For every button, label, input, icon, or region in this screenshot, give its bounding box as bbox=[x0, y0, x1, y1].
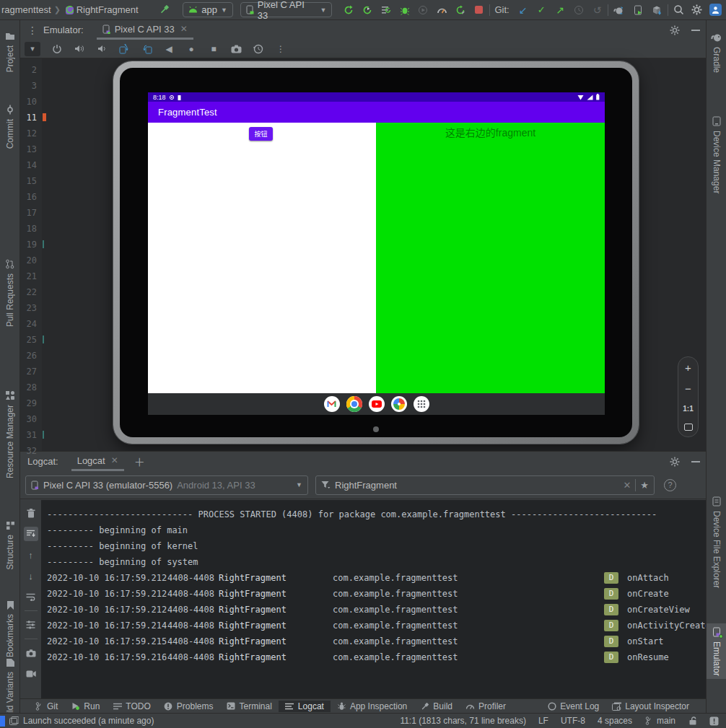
toolwindow-toggle-icon[interactable] bbox=[9, 716, 19, 726]
toolbar-item-app-inspection[interactable]: App Inspection bbox=[331, 701, 414, 712]
favorite-filter-icon[interactable]: ★ bbox=[640, 480, 649, 491]
rotate-right-icon[interactable] bbox=[141, 43, 152, 55]
history-icon[interactable] bbox=[572, 4, 585, 17]
help-icon[interactable]: ? bbox=[664, 479, 676, 491]
device-screen[interactable]: 8:18 FragmentTest bbox=[148, 92, 605, 415]
sidebar-item-resource-manager[interactable]: Resource Manager bbox=[0, 387, 20, 481]
overview-icon[interactable]: ■ bbox=[208, 43, 219, 55]
toolbar-item-run[interactable]: Run bbox=[64, 701, 106, 712]
gutter-line[interactable]: 22 bbox=[20, 284, 42, 300]
gutter-line[interactable]: 15 bbox=[20, 173, 42, 189]
toolbar-item-problems[interactable]: Problems bbox=[157, 701, 220, 712]
close-icon[interactable]: ✕ bbox=[111, 455, 118, 465]
gutter-line[interactable]: 20 bbox=[20, 253, 42, 268]
panel-options-icon[interactable]: ⋮ bbox=[20, 25, 43, 36]
build-hammer-icon[interactable] bbox=[159, 4, 172, 17]
toolbar-item-terminal[interactable]: Terminal bbox=[220, 701, 279, 712]
zoom-out-button[interactable]: − bbox=[685, 384, 691, 394]
power-icon[interactable] bbox=[51, 43, 63, 55]
toolbar-item-logcat[interactable]: Logcat bbox=[279, 701, 331, 712]
gutter-line[interactable]: 23 bbox=[20, 300, 42, 316]
apply-code-changes-icon[interactable] bbox=[380, 4, 393, 17]
emulator-device-tab[interactable]: Pixel C API 33 ✕ bbox=[97, 20, 193, 40]
next-occurrence-icon[interactable]: ↓ bbox=[24, 569, 38, 583]
gutter-line[interactable]: 27 bbox=[20, 364, 42, 380]
stop-icon[interactable] bbox=[473, 4, 486, 17]
breadcrumb-project[interactable]: ragmenttest bbox=[1, 4, 51, 15]
sidebar-item-bookmarks[interactable]: Bookmarks bbox=[0, 596, 20, 660]
screen-record-icon[interactable] bbox=[24, 667, 38, 681]
sidebar-item-structure[interactable]: Structure bbox=[0, 517, 20, 573]
actual-size-button[interactable]: 1:1 bbox=[683, 405, 693, 413]
logcat-device-dropdown[interactable]: Pixel C API 33 (emulator-5556) Android 1… bbox=[25, 475, 308, 495]
sdk-manager-icon[interactable] bbox=[650, 4, 663, 17]
device-screenshot-icon[interactable] bbox=[24, 646, 38, 660]
gutter-line[interactable]: 17 bbox=[20, 205, 42, 221]
device-manager-icon[interactable] bbox=[631, 4, 644, 17]
gutter-line[interactable]: 12 bbox=[20, 126, 42, 141]
more-options-icon[interactable]: ⋮ bbox=[275, 43, 287, 55]
search-everywhere-icon[interactable] bbox=[673, 4, 686, 17]
gutter-line[interactable]: 18 bbox=[20, 221, 42, 237]
gutter-line[interactable]: 25 bbox=[20, 332, 42, 348]
gmail-icon[interactable] bbox=[324, 396, 340, 412]
youtube-icon[interactable] bbox=[369, 396, 385, 412]
rollback-icon[interactable]: ↺ bbox=[591, 4, 604, 17]
toolbar-item-profiler[interactable]: Profiler bbox=[459, 701, 512, 712]
apply-changes-restart-icon[interactable] bbox=[454, 4, 467, 17]
hide-panel-icon[interactable] bbox=[691, 30, 700, 31]
lock-icon[interactable] bbox=[688, 716, 697, 726]
profile-avatar[interactable] bbox=[709, 4, 722, 16]
module-selector[interactable]: app ▼ bbox=[183, 2, 233, 17]
apply-changes-icon[interactable] bbox=[361, 4, 374, 17]
sidebar-item-project[interactable]: Project bbox=[0, 27, 20, 75]
caret-position[interactable]: 11:1 (1813 chars, 71 line breaks) bbox=[400, 716, 526, 726]
toolbar-item-git[interactable]: Git bbox=[27, 701, 64, 712]
debug-icon[interactable] bbox=[398, 4, 411, 17]
gutter-line[interactable]: 24 bbox=[20, 316, 42, 332]
gutter-line[interactable]: 32 bbox=[20, 443, 42, 459]
soft-wrap-icon[interactable] bbox=[24, 589, 38, 604]
breadcrumb-run-config[interactable]: RightFragment bbox=[76, 4, 139, 15]
chrome-icon[interactable] bbox=[346, 396, 362, 412]
toolbar-item-build[interactable]: Build bbox=[414, 701, 459, 712]
git-branch-widget[interactable]: main bbox=[644, 716, 675, 726]
file-encoding[interactable]: UTF-8 bbox=[561, 716, 585, 726]
git-push-icon[interactable]: ↗ bbox=[554, 4, 567, 17]
back-icon[interactable]: ◀ bbox=[163, 43, 175, 55]
volume-up-icon[interactable] bbox=[74, 43, 85, 55]
sidebar-item-commit[interactable]: Commit bbox=[0, 101, 20, 152]
sidebar-item-device-file-explorer[interactable]: Device File Explorer bbox=[707, 493, 726, 591]
git-update-icon[interactable]: ↙ bbox=[517, 4, 530, 17]
panel-settings-gear-icon[interactable] bbox=[670, 457, 680, 467]
clear-filter-icon[interactable]: ✕ bbox=[623, 480, 631, 491]
snapshots-icon[interactable] bbox=[253, 43, 264, 55]
gradle-sync-icon[interactable] bbox=[613, 4, 626, 17]
screenshot-icon[interactable] bbox=[230, 43, 242, 55]
gutter-line[interactable]: 3 bbox=[20, 78, 42, 94]
notifications-icon[interactable] bbox=[709, 716, 719, 726]
toolbar-item-layout-inspector[interactable]: Layout Inspector bbox=[605, 701, 696, 712]
gutter-line[interactable]: 21 bbox=[20, 268, 42, 284]
profiler-icon[interactable] bbox=[435, 4, 448, 17]
sidebar-item-pull-requests[interactable]: Pull Requests bbox=[0, 255, 20, 330]
collapse-chevron-icon[interactable]: ▾ bbox=[25, 42, 40, 56]
logcat-settings-icon[interactable] bbox=[24, 618, 38, 632]
device-selector[interactable]: Pixel C API 33 ▼ bbox=[240, 2, 332, 17]
logcat-output[interactable]: ---------------------------- PROCESS STA… bbox=[41, 500, 706, 698]
new-tab-icon[interactable]: ＋ bbox=[134, 454, 145, 469]
gutter-line[interactable]: 10 bbox=[20, 94, 42, 110]
sidebar-item-gradle[interactable]: Gradle bbox=[707, 29, 726, 76]
hide-panel-icon[interactable] bbox=[691, 461, 700, 462]
gutter-line[interactable]: 11 bbox=[20, 110, 42, 126]
volume-down-icon[interactable] bbox=[96, 43, 108, 55]
clear-logcat-icon[interactable] bbox=[24, 506, 38, 520]
scroll-to-end-icon[interactable] bbox=[24, 527, 38, 541]
gutter-line[interactable]: 14 bbox=[20, 157, 42, 173]
app-drawer-icon[interactable] bbox=[414, 396, 429, 412]
gutter-line[interactable]: 28 bbox=[20, 380, 42, 395]
previous-occurrence-icon[interactable]: ↑ bbox=[24, 548, 38, 562]
sidebar-item-emulator[interactable]: Emulator bbox=[707, 623, 726, 679]
logcat-filter-input[interactable]: RightFragment ✕ ★ bbox=[315, 475, 655, 495]
gutter-line[interactable]: 30 bbox=[20, 411, 42, 427]
